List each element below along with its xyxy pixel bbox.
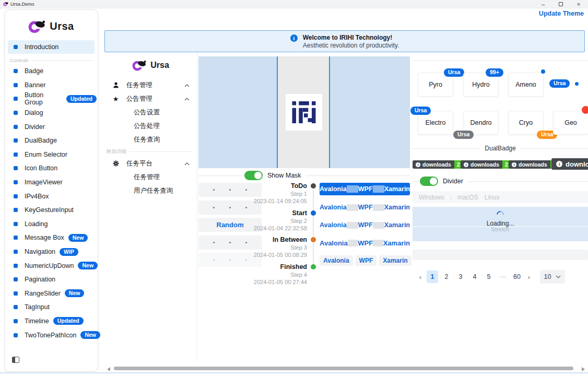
page-button-60[interactable]: 60 — [511, 271, 523, 283]
divider — [306, 175, 410, 176]
sidebar-item[interactable]: ImageViewer — [8, 175, 97, 190]
page-button-3[interactable]: 3 — [455, 271, 466, 283]
avalonia-button[interactable]: Avalonia — [320, 185, 347, 193]
page-button-5[interactable]: 5 — [483, 271, 495, 283]
wpf-button[interactable]: WPF — [358, 239, 373, 247]
sidebar-item[interactable]: Enum Selector — [8, 148, 97, 162]
xamarin-button[interactable]: Xamarin — [384, 185, 410, 193]
sidebar-item-label: Dialog — [25, 109, 43, 116]
sidebar-item[interactable]: Navigation WIP — [8, 245, 97, 259]
card-label: Ameno — [515, 81, 536, 88]
sidebar-item[interactable]: DualBadge — [8, 134, 97, 148]
wpf-button[interactable]: WPF — [356, 255, 377, 266]
timeline-dot-inbetween — [311, 237, 316, 242]
nav-group-label: 公告管理 — [126, 95, 152, 103]
wpf-button[interactable]: WPF — [358, 204, 373, 211]
minimize-button[interactable]: – — [540, 1, 546, 7]
xamarin-button[interactable]: Xamarin — [384, 221, 410, 229]
wpf-button[interactable]: WPF — [358, 221, 373, 229]
sidebar-item-label: Banner — [25, 81, 45, 89]
nav-item-announcement-settings[interactable]: 公告设置 — [104, 105, 197, 119]
scroll-right-arrow[interactable] — [582, 367, 585, 371]
xamarin-button[interactable]: Xamarin — [383, 239, 410, 247]
bullet-icon — [14, 97, 18, 101]
sidebar-item-label: TwoTonePathIcon — [25, 332, 76, 339]
sidebar-item[interactable]: TwoTonePathIcon New — [8, 328, 97, 342]
divider — [130, 151, 192, 152]
bullet-icon — [14, 125, 18, 129]
info-icon: i — [416, 162, 420, 167]
sidebar-item[interactable]: Badge — [8, 64, 97, 78]
bullet-icon — [14, 264, 18, 268]
prev-page-button[interactable]: ‹ — [417, 273, 424, 281]
xamarin-button[interactable]: Xamarin — [384, 204, 410, 211]
avalonia-button[interactable]: Avalonia — [320, 239, 348, 247]
sidebar-item-label: TagInput — [25, 303, 50, 311]
show-mask-toggle[interactable] — [244, 171, 263, 180]
wpf-button[interactable]: WPF — [358, 185, 373, 193]
sidebar-item[interactable]: Pagination — [8, 273, 97, 287]
tab-macos[interactable]: macOS — [457, 194, 478, 201]
red-dot-badge — [582, 106, 588, 114]
xamarin-button[interactable]: Xamarin — [379, 255, 411, 266]
bullet-icon — [14, 222, 18, 226]
sidebar-item-label: Introduction — [25, 43, 58, 51]
close-button[interactable]: × — [575, 1, 582, 7]
nav-group-task-platform[interactable]: 任务平台 — [104, 157, 197, 170]
next-page-button[interactable]: › — [525, 273, 533, 281]
chevron-up-icon — [184, 81, 190, 89]
nav-group-announcement[interactable]: ★ 公告管理 — [104, 92, 197, 105]
nav-item-announcement-process[interactable]: 公告处理 — [104, 119, 197, 133]
avalonia-button[interactable]: Avalonia — [320, 221, 347, 229]
nav-section-extra: 附加功能 — [104, 146, 197, 157]
tab-linux[interactable]: Linux — [485, 194, 500, 201]
maximize-button[interactable] — [558, 1, 564, 7]
update-theme-button[interactable]: Update Theme — [539, 10, 584, 17]
page-size-select[interactable]: 10 — [540, 270, 565, 284]
sidebar-item[interactable]: IPv4Box — [8, 189, 97, 203]
nav-group-task-management[interactable]: 任务管理 — [104, 78, 197, 92]
nav-item-task-query[interactable]: 任务查询 — [104, 133, 197, 146]
timeline-time: 2024-01-05 00:27:44 — [205, 278, 307, 286]
avalonia-button[interactable]: Avalonia — [320, 255, 353, 266]
timeline-demo: ToDo Step 1 2023-01-14 09:24:05 Start St… — [198, 180, 316, 290]
sidebar-item[interactable]: Button Group Updated — [8, 92, 97, 106]
scrollbar-thumb[interactable] — [114, 367, 573, 370]
sidebar-item[interactable]: Dialog — [8, 106, 97, 120]
separator — [451, 194, 451, 201]
sidebar-item[interactable]: Divider — [8, 120, 97, 134]
sidebar-item-introduction[interactable]: Introduction — [8, 40, 95, 54]
page-button-1[interactable]: 1 — [427, 271, 438, 283]
window-title: Ursa.Demo — [10, 2, 34, 7]
tab-windows[interactable]: Windows — [419, 194, 444, 201]
sidebar-item[interactable]: Message Box New — [8, 231, 97, 245]
sidebar-collapse-button[interactable] — [12, 357, 19, 363]
sidebar-item[interactable]: NumericUpDown New — [8, 258, 97, 273]
divider-toggle[interactable] — [420, 177, 438, 186]
sidebar-item[interactable]: Banner — [8, 78, 97, 92]
avalonia-button[interactable]: Avalonia — [320, 204, 347, 211]
sidebar-item[interactable]: KeyGestureInput — [8, 203, 97, 217]
scroll-left-arrow[interactable] — [107, 367, 110, 371]
nav-item-task-management[interactable]: 任务管理 — [104, 170, 197, 184]
sidebar-item[interactable]: Timeline Updated — [8, 314, 97, 328]
card-label: Dendro — [471, 119, 492, 126]
info-icon: i — [556, 161, 562, 167]
card-label: Pyro — [429, 81, 442, 88]
bullet-icon — [14, 277, 18, 281]
page-button-2[interactable]: 2 — [441, 271, 452, 283]
status-badge: Updated — [66, 95, 97, 103]
nav-item-user-task-query[interactable]: 用户任务查询 — [104, 184, 197, 197]
sidebar-item-label: Message Box — [25, 234, 64, 241]
status-badge: New — [68, 234, 88, 242]
sidebar-item[interactable]: RangeSlider New — [8, 287, 97, 301]
sidebar-item[interactable]: Loading — [8, 217, 97, 231]
bullet-icon — [14, 83, 18, 87]
sidebar-item[interactable]: Icon Button — [8, 161, 97, 175]
sidebar-item[interactable]: TagInput — [8, 300, 97, 314]
sidebar-item-label: Navigation — [25, 248, 55, 255]
status-badge: New — [78, 262, 98, 269]
page-button-4[interactable]: 4 — [469, 271, 480, 283]
bullet-icon — [14, 194, 18, 198]
bullet-icon — [14, 138, 18, 143]
